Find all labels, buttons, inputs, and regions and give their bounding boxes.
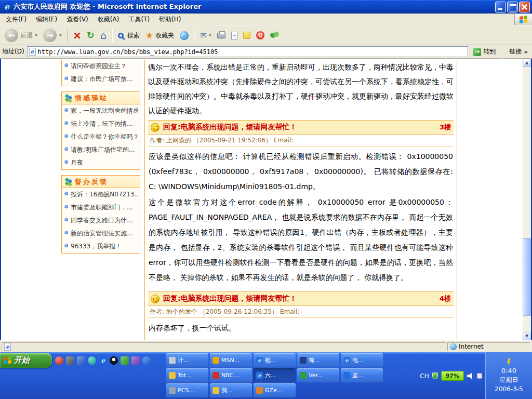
taskbar-button-label: PCS...	[178, 387, 194, 394]
favorites-button[interactable]: ★ 收藏夹	[143, 30, 176, 41]
close-button[interactable]	[519, 2, 530, 12]
internet-zone-icon	[450, 343, 457, 350]
sidebar-link[interactable]: 请教:明珠广场住宅的...	[62, 143, 140, 156]
power-tray-icon[interactable]	[477, 373, 482, 379]
sidebar-link[interactable]: 投诉：16路皖N07213...	[62, 188, 140, 201]
back-button[interactable]: ← 后退 ▼	[3, 28, 39, 43]
bullet-icon	[64, 218, 68, 221]
sidebar-link[interactable]: 请问帝都景园业主？	[62, 60, 140, 73]
sidebar-link[interactable]: 四季春交叉路口为什...	[62, 214, 140, 227]
minimize-button[interactable]	[495, 2, 506, 12]
taskbar-button-active[interactable]: e六...	[254, 368, 296, 382]
browser-window: e 六安市人民政府网 欢迎您 - Microsoft Internet Expl…	[0, 0, 532, 399]
links-button[interactable]: 链接 »	[507, 47, 530, 56]
mail-dropdown-icon[interactable]: ▼	[209, 33, 211, 37]
author-line: 作者: 上网查的 （2005-09-21 19:52:06） Email:	[148, 135, 454, 147]
home-icon: ⌂	[100, 31, 107, 40]
links-label: 链接	[509, 47, 522, 56]
quick-launch-icon-2[interactable]	[66, 356, 74, 365]
scroll-up-button[interactable]: ▲	[523, 59, 531, 67]
quick-launch-icon-3[interactable]	[77, 356, 85, 365]
sidebar-link[interactable]: 什么是幸福？你幸福吗？	[62, 130, 140, 143]
messenger-button[interactable]	[268, 30, 282, 41]
sidebar-link[interactable]: 坛上冷清，坛下热情...	[62, 117, 140, 130]
sidebar-link-label: 市建委及职能部门，...	[71, 203, 132, 212]
sidebar-link[interactable]: 建议：市民广场可放...	[62, 73, 140, 86]
address-input[interactable]	[38, 48, 467, 56]
taskbar-button-icon: e	[256, 357, 263, 364]
stop-button[interactable]	[71, 31, 83, 41]
taskbar-button[interactable]: GZe...	[254, 383, 296, 397]
quick-launch-icon-4[interactable]	[88, 356, 96, 365]
section-header: 情感驿站	[62, 92, 140, 104]
sidebar-link-label: 投诉：16路皖N07213...	[71, 190, 138, 199]
sidebar-link[interactable]: 家，一段无法割舍的情感	[62, 104, 140, 117]
sidebar-link[interactable]: 月夜	[62, 156, 140, 169]
taskbar-button-label: 电...	[352, 356, 364, 364]
edit-button[interactable]	[229, 31, 240, 41]
back-dropdown-icon[interactable]: ▼	[35, 33, 37, 37]
sidebar-link[interactable]: 新的治安管理法实施...	[62, 227, 140, 240]
taskbar-button[interactable]: 计...	[166, 353, 208, 367]
menu-item-edit[interactable]: 编辑(E)	[31, 14, 62, 25]
quick-launch-icon-7[interactable]	[121, 356, 129, 365]
quick-launch-qq-icon[interactable]	[110, 356, 118, 365]
taskbar-button[interactable]: 葡...	[297, 353, 339, 367]
volume-icon[interactable]	[467, 373, 474, 379]
quick-launch-icon-9[interactable]	[142, 356, 151, 365]
quick-launch-icon-8[interactable]	[131, 356, 140, 365]
sidebar-link-label: 什么是幸福？你幸福吗？	[71, 132, 138, 141]
start-button[interactable]: 开始	[0, 353, 52, 368]
go-button[interactable]: → 转到	[471, 46, 498, 57]
taskbar-button-icon: e	[343, 357, 350, 364]
home-button[interactable]: ⌂	[98, 30, 109, 41]
taskbar-button[interactable]: Ver...	[297, 368, 339, 382]
taskbar-button-icon	[212, 372, 219, 379]
address-input-box[interactable]: e	[27, 46, 469, 57]
menu-item-tools[interactable]: 工具(T)	[124, 14, 154, 25]
maximize-button[interactable]	[507, 2, 518, 12]
menu-item-view[interactable]: 查看(V)	[62, 14, 93, 25]
sidebar-link[interactable]: 市建委及职能部门，...	[62, 201, 140, 214]
forward-button[interactable]: → ▼	[41, 28, 63, 43]
search-button[interactable]: 搜索	[116, 30, 142, 41]
mail-button[interactable]: ✉ ▼	[198, 30, 214, 41]
qq-button[interactable]: Q	[254, 30, 267, 41]
taskbar-button[interactable]: e电...	[341, 353, 383, 367]
status-message-panel: e	[2, 342, 446, 351]
taskbar-button-label: 我...	[221, 387, 233, 394]
page-icon: e	[29, 48, 36, 56]
scroll-down-button[interactable]: ▼	[523, 332, 531, 340]
quick-launch-bar: e	[55, 353, 151, 367]
favorites-icon: ★	[145, 31, 153, 39]
menu-item-file[interactable]: 文件(F)	[1, 14, 31, 25]
taskbar-button-label: Ver...	[309, 372, 323, 379]
taskbar-button[interactable]: 蓝...	[341, 368, 383, 382]
vertical-scrollbar[interactable]: ▲ ▼	[523, 59, 531, 340]
taskbar-button[interactable]: PCS...	[166, 383, 208, 397]
address-bar: 地址(D) e → 转到 链接 »	[0, 45, 532, 59]
scrollbar-thumb[interactable]	[523, 238, 531, 316]
media-button[interactable]	[178, 30, 191, 41]
quick-launch-ie-icon[interactable]: e	[99, 356, 107, 365]
notes-button[interactable]	[241, 31, 252, 40]
antivirus-tray-icon[interactable]	[432, 373, 438, 379]
taskbar-button[interactable]: 我...	[210, 383, 252, 397]
menu-item-favorites[interactable]: 收藏(A)	[93, 14, 124, 25]
taskbar-button[interactable]: e检...	[254, 353, 296, 367]
clock-panel[interactable]: 0:40 星期日 2006-3-5	[485, 352, 532, 399]
taskbar-button[interactable]: Tot...	[166, 368, 208, 382]
refresh-button[interactable]: ↻	[85, 30, 97, 41]
taskbar-button[interactable]: MSN...	[210, 353, 252, 367]
quick-launch-icon-1[interactable]	[55, 356, 63, 365]
battery-indicator[interactable]: 97%	[441, 371, 464, 381]
taskbar-button[interactable]: NBC...	[210, 368, 252, 382]
sidebar-link[interactable]: 96333，我举报！	[62, 240, 140, 253]
forward-dropdown-icon[interactable]: ▼	[59, 33, 61, 37]
menu-item-help[interactable]: 帮助(H)	[154, 14, 185, 25]
print-button[interactable]	[215, 32, 228, 39]
ime-indicator[interactable]: CH	[420, 373, 429, 380]
taskbar-button-icon	[169, 357, 176, 364]
taskbar-button-icon	[212, 357, 219, 364]
taskbar-button-icon	[300, 357, 307, 364]
